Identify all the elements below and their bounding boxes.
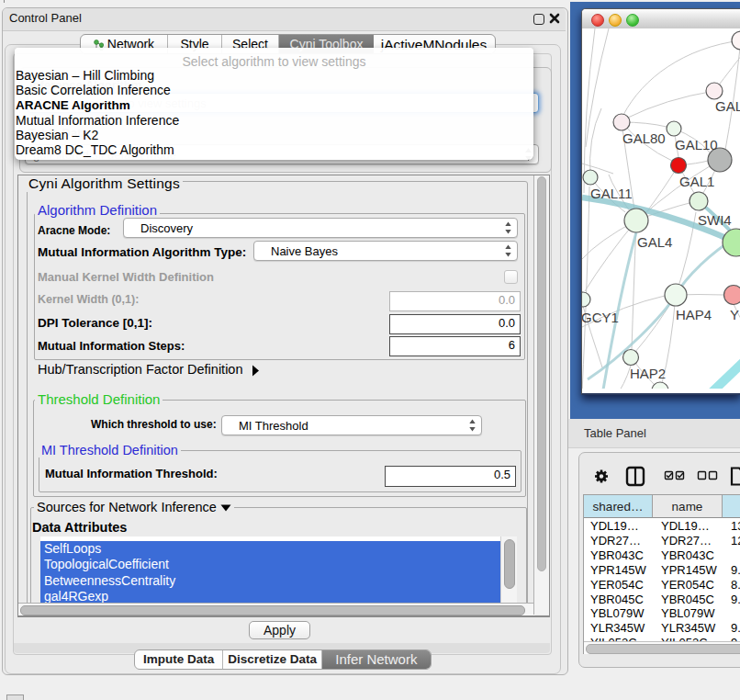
svg-text:GAL10: GAL10 — [675, 137, 718, 152]
svg-text:GAL11: GAL11 — [590, 186, 633, 201]
svg-text:HAP2: HAP2 — [630, 366, 666, 381]
svg-text:GAL2: GAL2 — [715, 98, 740, 114]
svg-text:SWI4: SWI4 — [698, 212, 732, 228]
svg-text:Y: Y — [730, 307, 739, 322]
svg-text:GCY1: GCY1 — [582, 310, 619, 325]
svg-text:GAL4: GAL4 — [637, 234, 672, 250]
svg-text:GAL80: GAL80 — [622, 130, 666, 146]
svg-text:HAP4: HAP4 — [676, 307, 712, 322]
svg-text:GAL1: GAL1 — [679, 174, 714, 189]
